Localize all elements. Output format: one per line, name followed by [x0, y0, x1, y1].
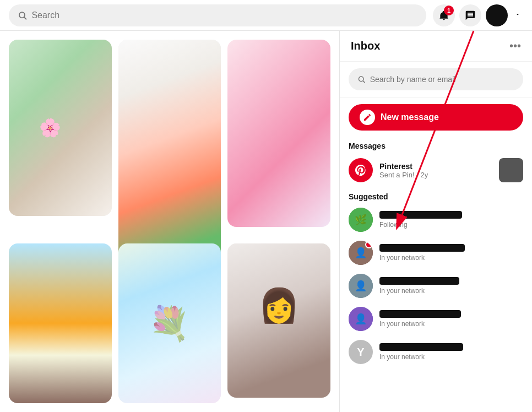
new-message-icon — [360, 110, 375, 125]
new-message-label: New message — [381, 112, 439, 122]
suggested-item-4[interactable]: Y In your network — [340, 335, 532, 368]
pin-grid — [0, 31, 339, 412]
suggested-status-2: In your network — [379, 287, 523, 295]
svg-line-3 — [363, 81, 365, 83]
notifications-button[interactable]: 1 — [433, 4, 455, 26]
suggested-info-2: In your network — [379, 277, 523, 295]
suggested-avatar-0: 🌿 — [349, 208, 373, 232]
suggested-info-4: In your network — [379, 343, 523, 361]
inbox-panel: Inbox ••• New message Messages — [339, 31, 532, 412]
search-icon — [18, 10, 27, 20]
suggested-name-bar-1 — [379, 244, 465, 252]
suggested-avatar-2: 👤 — [349, 274, 373, 298]
inbox-more-button[interactable]: ••• — [509, 40, 521, 52]
suggested-avatar-4: Y — [349, 340, 373, 364]
pin-card-arm[interactable] — [9, 40, 112, 216]
suggested-item-2[interactable]: 👤 In your network — [340, 269, 532, 302]
chevron-down-icon — [514, 11, 521, 18]
suggested-name-bar-2 — [379, 277, 459, 285]
svg-line-1 — [24, 17, 26, 19]
main-search-bar[interactable] — [9, 4, 426, 26]
pinterest-msg-info: Pinterest Sent a Pin! · 2y — [379, 162, 492, 179]
svg-point-0 — [19, 12, 25, 18]
inbox-scroll: Messages Pinterest Sent a Pin! · 2y Sugg… — [340, 137, 532, 412]
account-chevron-button[interactable] — [512, 9, 523, 21]
notification-badge: 1 — [444, 6, 454, 15]
messages-section-label: Messages — [340, 137, 532, 153]
new-message-button[interactable]: New message — [349, 104, 523, 131]
search-input[interactable] — [31, 10, 417, 20]
suggested-item-0[interactable]: 🌿 Following — [340, 203, 532, 236]
inbox-search-input[interactable] — [370, 75, 514, 84]
svg-point-2 — [359, 77, 363, 82]
suggested-info-0: Following — [379, 211, 523, 229]
suggested-info-3: In your network — [379, 310, 523, 328]
suggested-item-1[interactable]: 👤 In your network — [340, 236, 532, 269]
suggested-avatar-1: 👤 — [349, 241, 373, 265]
suggested-name-bar-3 — [379, 310, 461, 318]
pin-card-woman[interactable] — [227, 243, 330, 398]
suggested-avatar-3: 👤 — [349, 307, 373, 331]
pinterest-msg-name: Pinterest — [379, 162, 492, 171]
inbox-header: Inbox ••• — [340, 31, 532, 62]
inbox-title: Inbox — [351, 40, 380, 52]
suggested-status-1: In your network — [379, 254, 523, 262]
svg-text:👤: 👤 — [355, 280, 367, 292]
messages-button[interactable] — [459, 4, 481, 26]
pin-card-anemone[interactable] — [118, 243, 221, 403]
suggested-status-0: Following — [379, 221, 523, 229]
suggested-status-3: In your network — [379, 320, 523, 328]
message-item-pinterest[interactable]: Pinterest Sent a Pin! · 2y — [340, 153, 532, 188]
inbox-search-bar[interactable] — [349, 68, 523, 90]
pinterest-avatar — [349, 158, 373, 182]
pin-card-roses[interactable] — [227, 40, 330, 227]
suggested-name-bar-4 — [379, 343, 463, 351]
nav-icons: 1 — [433, 4, 523, 26]
navbar: 1 — [0, 0, 532, 31]
suggested-item-3[interactable]: 👤 In your network — [340, 302, 532, 335]
chat-icon — [465, 10, 476, 21]
svg-text:👤: 👤 — [355, 313, 367, 325]
main-content: Inbox ••• New message Messages — [0, 31, 532, 412]
suggested-name-bar-0 — [379, 211, 462, 219]
suggested-section-label: Suggested — [340, 188, 532, 203]
pinterest-msg-thumb — [499, 158, 523, 182]
svg-text:👤: 👤 — [355, 247, 367, 259]
suggested-status-4: In your network — [379, 353, 523, 361]
suggested-info-1: In your network — [379, 244, 523, 262]
inbox-search-icon — [357, 75, 366, 84]
inbox-search-area — [340, 62, 532, 97]
user-avatar-button[interactable] — [486, 4, 508, 26]
svg-text:🌿: 🌿 — [355, 214, 367, 226]
pin-card-beach[interactable] — [9, 243, 112, 403]
pinterest-msg-preview: Sent a Pin! · 2y — [379, 171, 492, 179]
more-dots: ••• — [509, 40, 521, 52]
